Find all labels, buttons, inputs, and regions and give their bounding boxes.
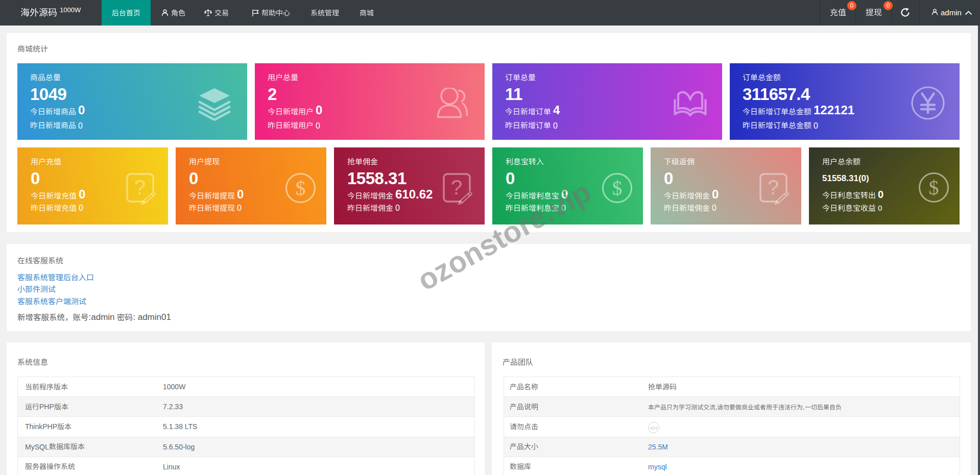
svg-text:$: $ — [296, 177, 306, 199]
svg-text:$: $ — [612, 177, 623, 199]
svg-text:?: ? — [768, 176, 779, 198]
svg-text:?: ? — [134, 176, 146, 198]
svg-text:?: ? — [451, 176, 462, 198]
svg-text:$: $ — [929, 176, 939, 199]
